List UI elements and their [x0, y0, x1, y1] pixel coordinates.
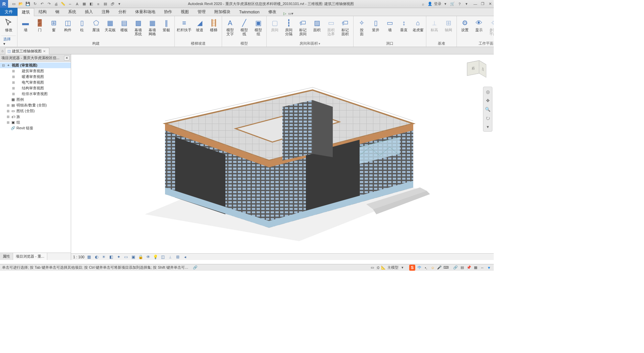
view-cube[interactable]: 右 后 [466, 59, 488, 81]
ribbon-btn-by-face[interactable]: ✧按 面 [355, 17, 368, 37]
ribbon-btn-component[interactable]: ◫构件 [61, 17, 74, 33]
ribbon-btn-model-line[interactable]: ╱模型 线 [237, 17, 251, 37]
tree-view-给排水审查视图[interactable]: ⊞给排水审查视图 [0, 91, 71, 97]
visual-style-icon[interactable]: ◐ [94, 254, 99, 260]
crop-visible-icon[interactable]: ▣ [131, 254, 136, 260]
ribbon-btn-model-text[interactable]: A模型 文字 [223, 17, 237, 37]
ribbon-btn-show[interactable]: 👁显示 [472, 17, 486, 33]
ime-punct-icon[interactable]: •, [423, 265, 429, 270]
analytical-icon[interactable]: ⊞ [175, 254, 180, 260]
ribbon-collapse-icon[interactable]: ▭▾ [288, 11, 293, 16]
help-dropdown-icon[interactable]: ▾ [464, 1, 470, 7]
select-face-icon[interactable]: ▦ [473, 265, 478, 270]
restore-button[interactable]: ❐ [479, 2, 486, 6]
status-model[interactable]: 主模型 [387, 265, 398, 270]
reveal-icon[interactable]: 💡 [153, 254, 158, 260]
qat-undo-icon[interactable]: ↶ [39, 1, 45, 7]
qat-text-icon[interactable]: A [74, 1, 80, 7]
ribbon-btn-curtain-sys[interactable]: ▩幕墙 系统 [131, 17, 145, 37]
qat-close-views-icon[interactable]: ▤ [102, 1, 108, 7]
view-scale[interactable]: 1 : 100 [73, 255, 85, 259]
ribbon-btn-vertical[interactable]: ↕垂直 [397, 17, 411, 33]
ribbon-btn-wall[interactable]: ▬墙 [19, 17, 32, 33]
pan-icon[interactable]: ✥ [484, 97, 491, 104]
ribbon-btn-roof[interactable]: ⬠屋顶 [89, 17, 103, 33]
shadows-icon[interactable]: ◧ [109, 254, 114, 260]
view-tab-active[interactable]: ◫ 建筑三维轴侧视图 ✕ [5, 48, 49, 54]
tab-properties[interactable]: 属性 [0, 253, 13, 260]
home-icon[interactable]: ⌂ [1, 49, 4, 53]
ime-mic-icon[interactable]: 🎤 [437, 265, 442, 270]
ribbon-tab-分析[interactable]: 分析 [114, 8, 131, 16]
filter-icon[interactable]: ▼ [486, 265, 492, 270]
qat-folder-icon[interactable]: 📂 [18, 1, 24, 7]
constraints-icon[interactable]: ⟂ [168, 254, 173, 260]
qat-open-icon[interactable]: ▭ [11, 1, 17, 7]
ime-keyboard-icon[interactable]: ⌨ [443, 265, 449, 270]
full-nav-wheel-icon[interactable]: ◎ [484, 88, 491, 95]
ribbon-btn-door[interactable]: 🚪门 [33, 17, 46, 33]
ribbon-btn-wall-open[interactable]: ▭墙 [383, 17, 396, 33]
exchange-icon[interactable]: 🛒 [449, 1, 455, 7]
ribbon-btn-window[interactable]: ⊞窗 [47, 17, 60, 33]
tree-node-1[interactable]: ⊞▤明细表/数量 (全部) [0, 102, 71, 108]
qat-print-icon[interactable]: 🖨 [53, 1, 59, 7]
close-button[interactable]: ✕ [486, 2, 494, 6]
zoom-icon[interactable]: 🔍 [484, 106, 491, 113]
tree-node-0[interactable]: ▦图例 [0, 97, 71, 102]
qat-sync-icon[interactable]: ↻ [32, 1, 38, 7]
model-group-icon[interactable]: 📐 [381, 265, 386, 270]
ribbon-btn-tag-room[interactable]: 🏷标记 房间 [296, 17, 310, 37]
tree-node-2[interactable]: ⊞▭图纸 (全部) [0, 108, 71, 114]
select-underlay-icon[interactable]: ▤ [460, 265, 465, 270]
worksharing-icon[interactable]: ◫ [160, 254, 166, 260]
ime-cn-icon[interactable]: 中 [417, 265, 422, 270]
ribbon-btn-dormer[interactable]: ⌂老虎窗 [411, 17, 425, 33]
ribbon-btn-curtain-grid[interactable]: ▦幕墙 网格 [146, 17, 159, 37]
qat-save-icon[interactable]: 💾 [25, 1, 31, 7]
ribbon-tab-结构[interactable]: 结构 [34, 8, 51, 16]
qat-3d-icon[interactable]: ▦ [81, 1, 87, 7]
qat-thin-lines-icon[interactable]: ≡ [95, 1, 101, 7]
ribbon-btn-stair[interactable]: 🪜楼梯 [207, 17, 220, 33]
tab-project-browser[interactable]: 项目浏览器 - 重... [13, 253, 47, 260]
ribbon-tab-协作[interactable]: 协作 [160, 8, 176, 16]
ime-emoji-icon[interactable]: ☺ [430, 265, 435, 270]
ribbon-tab-视图[interactable]: 视图 [176, 8, 193, 16]
login-dropdown-icon[interactable]: ▾ [442, 1, 448, 7]
select-links-icon[interactable]: 🔗 [453, 265, 458, 270]
ribbon-btn-tag-area[interactable]: 🏷标记 面积 [338, 17, 352, 37]
nav-dropdown-icon[interactable]: ▾ [484, 123, 491, 130]
ribbon-tab-注释[interactable]: 注释 [97, 8, 114, 16]
status-dropdown-icon[interactable]: ▾ [400, 265, 405, 270]
login-icon[interactable]: 👤 [427, 1, 433, 7]
ribbon-btn-set[interactable]: ⚙设置 [458, 17, 472, 33]
ribbon-btn-column[interactable]: ▯柱 [75, 17, 89, 33]
ribbon-btn-ramp[interactable]: ◢坡道 [193, 17, 206, 33]
ribbon-play-icon[interactable]: ▷ [283, 11, 286, 16]
project-browser-tree[interactable]: ⊟⌖视图 (审查视图)⊞建筑审查视图⊞暖通审查视图⊞电气审查视图⊞结构审查视图⊞… [0, 62, 71, 253]
project-browser-close-icon[interactable]: ✕ [64, 56, 69, 60]
search-icon[interactable]: ⌕ [420, 1, 426, 7]
qat-redo-icon[interactable]: ↷ [46, 1, 52, 7]
ribbon-tab-钢[interactable]: 钢 [51, 8, 64, 16]
qat-measure-icon[interactable]: 📏 [60, 1, 66, 7]
login-label[interactable]: 登录 [434, 1, 441, 7]
detail-level-icon[interactable]: ▦ [87, 254, 92, 260]
ribbon-tab-Twinmotion[interactable]: Twinmotion [235, 8, 264, 16]
vcb-arrow-icon[interactable]: ◂ [182, 254, 188, 260]
ribbon-tab-建筑[interactable]: 建筑 [17, 8, 34, 16]
ribbon-tab-修改[interactable]: 修改 [264, 8, 281, 16]
sogou-ime-icon[interactable]: S [409, 265, 415, 271]
ribbon-btn-mullion[interactable]: ‖竖梃 [160, 17, 173, 33]
ribbon-btn-shaft[interactable]: ▯竖井 [369, 17, 382, 33]
orbit-icon[interactable]: ⭮ [484, 115, 491, 121]
tree-node-4[interactable]: ⊞▣组 [0, 120, 71, 125]
ribbon-tab-系统[interactable]: 系统 [64, 8, 80, 16]
drag-elements-icon[interactable]: ↔ [480, 265, 485, 270]
qat-section-icon[interactable]: ◧ [88, 1, 94, 7]
select-dropdown[interactable]: 选择 ▾ [1, 36, 16, 47]
qat-dropdown-icon[interactable]: ▾ [116, 1, 122, 7]
ribbon-tab-体量和场地[interactable]: 体量和场地 [131, 8, 160, 16]
status-link-icon[interactable]: 🔗 [193, 265, 198, 270]
